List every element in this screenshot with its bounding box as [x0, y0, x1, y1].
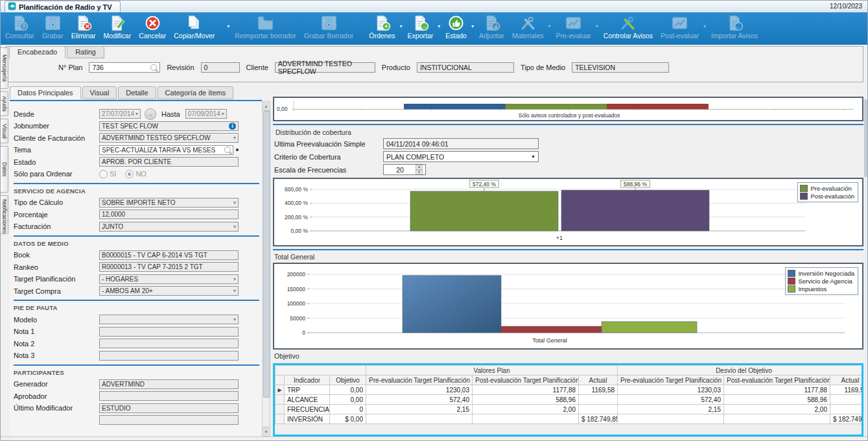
column-header-indicador[interactable]: Indicador: [285, 375, 330, 385]
scroll-up-arrow[interactable]: ▲: [263, 102, 270, 111]
tab-categoria-de-items[interactable]: Categoría de ítems: [158, 86, 234, 99]
chevron-down-icon[interactable]: ▾: [233, 288, 236, 294]
tema-input[interactable]: SPEC-ACTUALIZA TARIFA VS MESES: [99, 145, 233, 155]
table-row-trp[interactable]: ▶TRP0,001230,031177,881169,581230,031177…: [276, 385, 864, 395]
side-tab-notificaciones[interactable]: Notificaciones: [1, 195, 8, 234]
column-header-objetivo[interactable]: Objetivo: [330, 375, 366, 385]
search-icon[interactable]: [150, 64, 157, 71]
dropdown-caret[interactable]: ▾: [548, 23, 551, 44]
criterio-de-cobertura-input[interactable]: PLAN COMPLETO▼: [383, 151, 539, 162]
toolbar-button-post-evaluar[interactable]: Post-evaluar: [657, 13, 702, 44]
chevron-down-icon[interactable]: ▾: [233, 276, 236, 282]
tipo-de-calculo-input[interactable]: SOBRE IMPORTE NETO▾: [99, 198, 239, 208]
ultima-preevaluacion-simple-input[interactable]: 04/11/2014 09:46:01: [383, 138, 539, 149]
chevron-down-icon[interactable]: ▾: [233, 224, 236, 230]
tipo-de-medio-input[interactable]: TELEVISION: [572, 62, 669, 73]
column-header-post-evaluacion-target-planificacion[interactable]: Post-evaluación Target Planificación: [724, 375, 830, 385]
toolbar-button-adjuntar[interactable]: Adjuntar: [476, 13, 508, 44]
toolbar-button-consultar[interactable]: ?Consultar: [2, 13, 38, 44]
desde-date-combo[interactable]: 27/07/2014▾: [99, 109, 141, 119]
column-header-pre-evaluacion-target-planificacion[interactable]: Pre-evaluación Target Planificación: [618, 375, 724, 385]
right-panel-scrollbar[interactable]: [863, 97, 868, 436]
side-tab-ayuda[interactable]: Ayuda: [1, 91, 8, 116]
chevron-down-icon[interactable]: ▾: [233, 200, 236, 206]
nota-2-input[interactable]: [99, 339, 239, 348]
porcentaje-input[interactable]: 12,0000: [99, 209, 239, 219]
book-input[interactable]: B0000015 - TV CAP 6-2014 VS TGT: [99, 250, 239, 260]
producto-input[interactable]: INSTITUCIONAL: [417, 62, 514, 73]
cliente-de-facturacion-input[interactable]: ADVERTMIND TESTEO SPECFLOW▾: [99, 133, 239, 143]
toolbar-button-exportar[interactable]: →Exportar: [405, 13, 437, 44]
tab-visual[interactable]: Visual: [82, 86, 117, 99]
toolbar-button-grabar[interactable]: Grabar: [39, 13, 67, 44]
nota-1-input[interactable]: [99, 327, 239, 337]
column-header-actual[interactable]: Actual: [579, 375, 618, 385]
copy-date-button[interactable]: →: [145, 108, 156, 120]
left-form-scrollbar[interactable]: ▲ ▼: [262, 101, 270, 436]
column-header-pre-evaluacion-target-planificacion[interactable]: Pre-evaluación Target Planificación: [366, 375, 473, 385]
toolbar-button-eliminar[interactable]: ✕Eliminar: [68, 13, 99, 44]
rankeo-input[interactable]: R0000013 - TV CAP 7-2015 2 TGT: [99, 262, 239, 272]
spinner-buttons[interactable]: ▲▼: [416, 165, 423, 174]
tab-detalle[interactable]: Detalle: [118, 86, 156, 99]
radio-no[interactable]: [125, 170, 134, 178]
generador-input[interactable]: ADVERTMIND: [99, 379, 239, 389]
objetivo-table[interactable]: Valores PlanDesvío del ObjetivoIndicador…: [275, 365, 863, 424]
toolbar-button-grabar-borrador[interactable]: Grabar Borrador: [301, 13, 357, 44]
column-header-post-evaluacion-target-planificacion[interactable]: Post-evaluación Target Planificación: [473, 375, 579, 385]
dropdown-caret[interactable]: ▾: [596, 23, 598, 44]
toolbar-button-estado[interactable]: Estado: [442, 13, 470, 44]
header-tab-encabezado[interactable]: Encabezado: [9, 46, 65, 58]
side-tab-visual[interactable]: Visual: [1, 119, 8, 143]
dropdown-caret[interactable]: ▾: [471, 23, 474, 44]
toolbar-button-modificar[interactable]: Modificar: [100, 13, 135, 44]
info-icon[interactable]: i: [229, 123, 236, 130]
target-planificacion-input[interactable]: - HOGARES▾: [99, 274, 239, 284]
table-row-alcance[interactable]: ALCANCE0,00572,40588,96572,40588,96: [276, 395, 864, 405]
toolbar-button-ordenes[interactable]: +Órdenes: [366, 13, 398, 44]
dropdown-caret[interactable]: ▾: [227, 23, 229, 44]
side-tab-datos-adicionales[interactable]: Datos Adicionales: [1, 146, 8, 193]
ultimo-modificador-input[interactable]: ESTUDIO: [99, 403, 239, 413]
n-plan-input[interactable]: 736: [89, 62, 160, 73]
toolbar-button-reimportar-borrador[interactable]: Reimportar borrador: [231, 13, 299, 44]
toolbar-button-copiar-mover[interactable]: Copiar/Mover: [170, 13, 218, 44]
header-tab-rating[interactable]: Rating: [67, 46, 104, 58]
scroll-down-arrow[interactable]: ▼: [263, 427, 270, 436]
scrollbar-thumb[interactable]: [263, 111, 270, 398]
toolbar-button-pre-evaluar[interactable]: Pre-evaluar: [553, 13, 594, 44]
chevron-down-icon[interactable]: ▼: [531, 154, 535, 159]
dropdown-caret[interactable]: ▾: [400, 23, 403, 44]
tab-datos-principales[interactable]: Datos Principales: [10, 86, 81, 99]
nota-3-input[interactable]: [99, 351, 239, 361]
divider: [273, 124, 863, 125]
escala-de-frecuencias-input[interactable]: 20▲▼: [383, 164, 426, 175]
aprobador-input[interactable]: [99, 391, 239, 401]
chevron-down-icon[interactable]: ▾: [233, 316, 236, 322]
side-tab-mensajeria[interactable]: Mensajería: [1, 47, 8, 89]
table-row-frecuencia[interactable]: FRECUENCIA02,152,002,152,00: [276, 405, 864, 414]
estado-input[interactable]: APROB. POR CLIENTE: [99, 157, 239, 167]
column-header-actual[interactable]: Actual: [830, 375, 864, 385]
toolbar-button-cancelar[interactable]: Cancelar: [135, 13, 169, 44]
dropdown-caret[interactable]: ▾: [703, 23, 706, 44]
window-tab[interactable]: Planificación de Radio y TV: [5, 1, 121, 12]
table-row-inversion[interactable]: INVERSIÓN$ 0,00$ 182.749,85$ 182.749,85: [276, 414, 864, 424]
form-row-generador: GeneradorADVERTMIND: [14, 379, 259, 389]
cliente-input[interactable]: ADVERTMIND TESTEO SPECFLOW: [275, 62, 375, 73]
facturacion-input[interactable]: JUNTO▾: [99, 222, 239, 232]
field-input[interactable]: [99, 415, 239, 425]
radio-si[interactable]: [99, 170, 108, 178]
toolbar-button-controlar-avisos[interactable]: Controlar Avisos: [600, 13, 656, 44]
chevron-down-icon[interactable]: ▾: [233, 135, 236, 141]
modelo-input[interactable]: ▾: [99, 315, 239, 324]
search-icon[interactable]: [224, 147, 231, 153]
toolbar-button-materiales[interactable]: Materiales: [509, 13, 546, 44]
target-compra-input[interactable]: - AMBOS AM 20+▾: [99, 286, 239, 296]
hasta-date-combo[interactable]: 07/09/2014▾: [185, 109, 227, 119]
jobnumber-input[interactable]: TEST SPEC FLOWi: [99, 121, 239, 131]
revision-input[interactable]: 0: [201, 62, 240, 73]
toolbar-button-importar-avisos[interactable]: ←Importar Avisos: [708, 13, 761, 44]
scrollbar-thumb[interactable]: [864, 99, 867, 177]
dropdown-caret[interactable]: ▾: [438, 23, 440, 44]
